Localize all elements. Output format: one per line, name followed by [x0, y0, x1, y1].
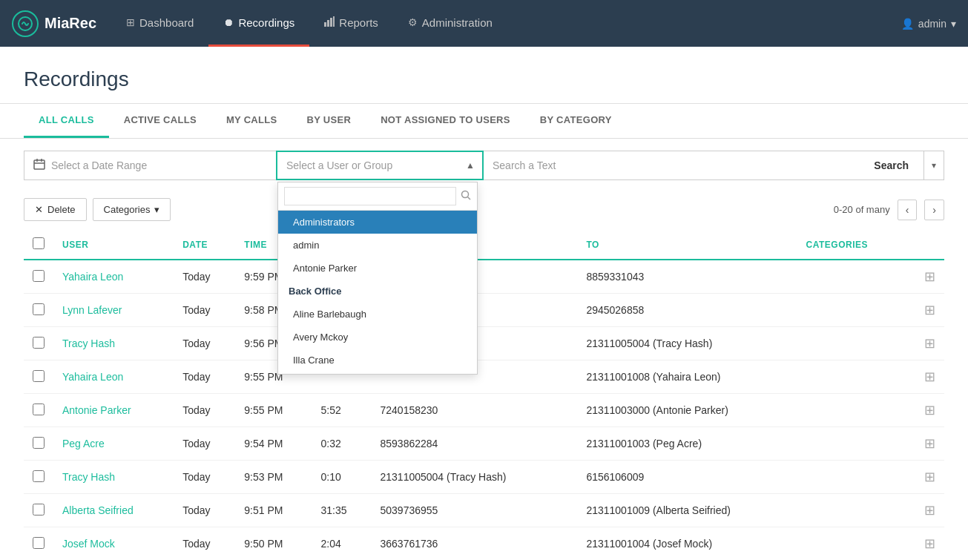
td-to-7: 21311001009 (Alberta Seifried) — [577, 494, 797, 527]
td-checkbox-7[interactable] — [24, 494, 53, 527]
dropdown-item-illa[interactable]: Illa Crane — [278, 349, 477, 372]
search-button[interactable]: Search — [859, 151, 924, 179]
tab-not-assigned[interactable]: Not Assigned to Users — [366, 104, 525, 138]
td-to-4: 21311003000 (Antonie Parker) — [577, 394, 797, 427]
td-checkbox-1[interactable] — [24, 294, 53, 327]
dropdown-item-avery[interactable]: Avery Mckoy — [278, 326, 477, 349]
nav-items: ⊞ Dashboard ⏺ Recordings Reports ⚙ Admin… — [111, 0, 901, 47]
nav-item-dashboard-label: Dashboard — [139, 16, 194, 29]
user-link-5[interactable]: Peg Acre — [62, 438, 105, 449]
td-expand-8[interactable]: ⊞ — [905, 527, 944, 561]
th-select-all[interactable] — [24, 230, 53, 260]
user-link-7[interactable]: Alberta Seifried — [62, 504, 134, 516]
nav-item-administration[interactable]: ⚙ Administration — [393, 0, 507, 47]
user-link-8[interactable]: Josef Mock — [62, 538, 115, 550]
td-expand-1[interactable]: ⊞ — [905, 294, 944, 327]
tab-my-calls[interactable]: My Calls — [211, 104, 292, 138]
delete-button[interactable]: ✕ Delete — [24, 198, 87, 221]
td-checkbox-0[interactable] — [24, 260, 53, 294]
date-range-filter[interactable]: Select a Date Range — [24, 151, 276, 180]
user-group-filter[interactable]: Select a User or Group ▲ Administrators — [276, 151, 484, 180]
user-link-2[interactable]: Tracy Hash — [62, 337, 115, 349]
tab-all-calls[interactable]: All Calls — [24, 104, 109, 138]
tab-by-category[interactable]: By Category — [525, 104, 627, 138]
td-checkbox-2[interactable] — [24, 327, 53, 360]
td-categories-5 — [797, 427, 906, 461]
tab-by-user[interactable]: By User — [292, 104, 366, 138]
dropdown-item-aline[interactable]: Aline Barlebaugh — [278, 303, 477, 326]
row-checkbox-7[interactable] — [33, 504, 45, 515]
navbar: MiaRec ⊞ Dashboard ⏺ Recordings Reports … — [0, 0, 968, 47]
nav-item-reports-label: Reports — [339, 16, 378, 29]
td-time-5: 9:54 PM — [235, 427, 312, 461]
dropdown-item-lynn[interactable]: Lynn Lafever — [278, 372, 477, 374]
search-text-filter — [484, 151, 859, 180]
dropdown-group-administrators[interactable]: Administrators — [278, 211, 477, 234]
td-categories-2 — [797, 327, 906, 360]
td-to-2: 21311005004 (Tracy Hash) — [577, 327, 797, 360]
td-duration-6: 0:10 — [312, 461, 371, 494]
categories-button[interactable]: Categories ▾ — [93, 198, 171, 221]
user-link-1[interactable]: Lynn Lafever — [62, 304, 122, 316]
td-checkbox-4[interactable] — [24, 394, 53, 427]
table-row: Tracy Hash Today 9:53 PM 0:10 2131100500… — [24, 461, 944, 494]
td-categories-1 — [797, 294, 906, 327]
user-link-6[interactable]: Tracy Hash — [62, 471, 115, 483]
tab-active-calls[interactable]: Active Calls — [109, 104, 211, 138]
td-expand-0[interactable]: ⊞ — [905, 260, 944, 294]
td-expand-2[interactable]: ⊞ — [905, 327, 944, 360]
td-expand-6[interactable]: ⊞ — [905, 461, 944, 494]
td-categories-0 — [797, 260, 906, 294]
row-checkbox-0[interactable] — [33, 270, 45, 282]
action-row: ✕ Delete Categories ▾ 0-20 of many ‹ › — [0, 192, 968, 230]
search-input[interactable] — [493, 159, 850, 171]
td-expand-7[interactable]: ⊞ — [905, 494, 944, 527]
td-user-1: Lynn Lafever — [53, 294, 174, 327]
search-dropdown-button[interactable]: ▾ — [924, 151, 944, 179]
td-checkbox-5[interactable] — [24, 427, 53, 461]
td-categories-4 — [797, 394, 906, 427]
row-checkbox-5[interactable] — [33, 437, 45, 449]
nav-item-recordings[interactable]: ⏺ Recordings — [208, 0, 309, 47]
row-checkbox-1[interactable] — [33, 303, 45, 315]
td-categories-7 — [797, 494, 906, 527]
td-to-3: 21311001008 (Yahaira Leon) — [577, 360, 797, 394]
dropdown-item-antonie-parker[interactable]: Antonie Parker — [278, 257, 477, 280]
dropdown-group-back-office[interactable]: Back Office — [278, 280, 477, 303]
td-user-7: Alberta Seifried — [53, 494, 174, 527]
brand[interactable]: MiaRec — [12, 10, 96, 37]
td-expand-4[interactable]: ⊞ — [905, 394, 944, 427]
page-header: Recordings — [0, 47, 968, 104]
row-checkbox-3[interactable] — [33, 370, 45, 382]
td-date-5: Today — [174, 427, 235, 461]
row-checkbox-2[interactable] — [33, 337, 45, 349]
nav-item-recordings-label: Recordings — [238, 16, 294, 29]
dropdown-item-admin[interactable]: admin — [278, 234, 477, 257]
td-expand-3[interactable]: ⊞ — [905, 360, 944, 394]
pagination-prev[interactable]: ‹ — [898, 200, 918, 220]
row-checkbox-8[interactable] — [33, 537, 45, 549]
td-checkbox-3[interactable] — [24, 360, 53, 394]
pagination-text: 0-20 of many — [834, 204, 890, 215]
user-link-3[interactable]: Yahaira Leon — [62, 371, 123, 383]
user-link-0[interactable]: Yahaira Leon — [62, 271, 123, 283]
pagination-next[interactable]: › — [924, 200, 944, 220]
row-checkbox-4[interactable] — [33, 403, 45, 415]
row-checkbox-6[interactable] — [33, 470, 45, 482]
search-button-group: Search ▾ — [859, 151, 944, 180]
td-user-4: Antonie Parker — [53, 394, 174, 427]
user-link-4[interactable]: Antonie Parker — [62, 404, 131, 416]
table-row: Yahaira Leon Today 9:59 PM Leon) 8859331… — [24, 260, 944, 294]
td-checkbox-6[interactable] — [24, 461, 53, 494]
select-all-checkbox[interactable] — [33, 237, 45, 249]
table-row: Yahaira Leon Today 9:55 PM 21311001008 (… — [24, 360, 944, 394]
nav-item-reports[interactable]: Reports — [309, 0, 393, 47]
nav-item-dashboard[interactable]: ⊞ Dashboard — [111, 0, 208, 47]
td-expand-5[interactable]: ⊞ — [905, 427, 944, 461]
td-categories-8 — [797, 527, 906, 561]
dropdown-search-input[interactable] — [284, 187, 456, 205]
calendar-icon — [33, 158, 45, 173]
dropdown-search-icon — [461, 190, 471, 202]
user-menu[interactable]: 👤 admin ▾ — [901, 18, 956, 30]
td-checkbox-8[interactable] — [24, 527, 53, 561]
